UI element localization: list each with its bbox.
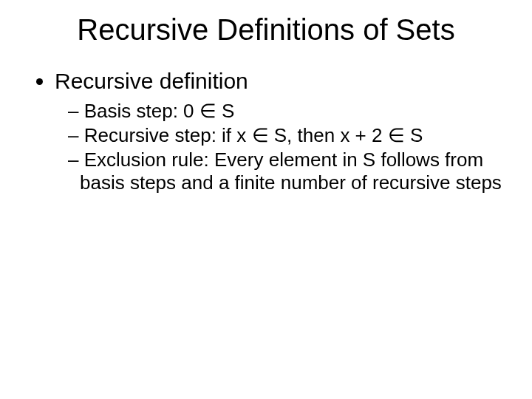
sub-text-2: Recursive step: if x ∈ S, then x + 2 ∈ S xyxy=(84,124,423,146)
bullet-item-1: Recursive definition Basis step: 0 ∈ S R… xyxy=(55,67,502,194)
sub-item-2: Recursive step: if x ∈ S, then x + 2 ∈ S xyxy=(68,124,502,147)
bullet-text-1: Recursive definition xyxy=(55,69,248,93)
sub-list: Basis step: 0 ∈ S Recursive step: if x ∈… xyxy=(55,100,502,195)
slide: Recursive Definitions of Sets Recursive … xyxy=(0,0,532,399)
bullet-list: Recursive definition Basis step: 0 ∈ S R… xyxy=(30,67,502,194)
sub-text-3: Exclusion rule: Every element in S follo… xyxy=(80,149,502,194)
sub-text-1: Basis step: 0 ∈ S xyxy=(84,100,235,122)
sub-item-3: Exclusion rule: Every element in S follo… xyxy=(68,149,502,194)
sub-item-1: Basis step: 0 ∈ S xyxy=(68,100,502,123)
slide-title: Recursive Definitions of Sets xyxy=(30,13,502,47)
